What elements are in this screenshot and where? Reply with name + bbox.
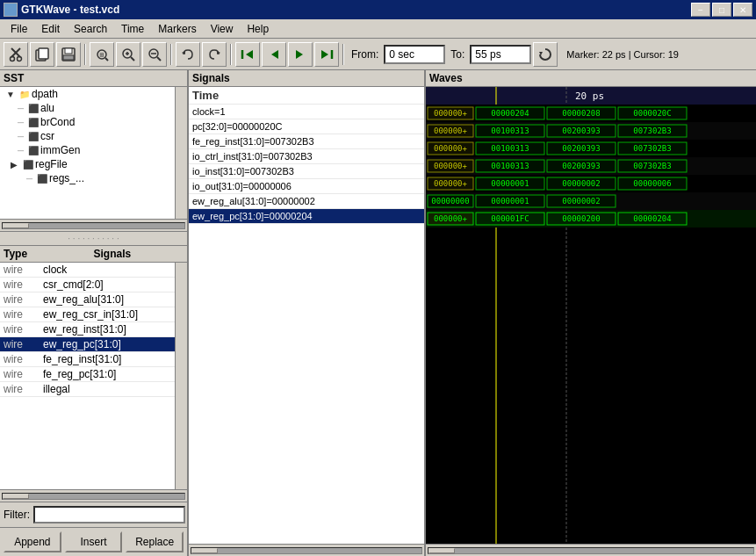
menu-time[interactable]: Time [114, 21, 151, 37]
svg-text:000000+: 000000+ [434, 144, 468, 153]
svg-text:00100313: 00100313 [491, 126, 529, 135]
svg-text:00100313: 00100313 [491, 144, 529, 153]
insert-button[interactable]: Insert [65, 531, 123, 552]
signal-row-fereginst[interactable]: wire fe_reg_inst[31:0] [0, 352, 175, 367]
replace-button[interactable]: Replace [126, 531, 184, 552]
signal-row-clock[interactable]: wire clock [0, 263, 175, 278]
svg-text:00200393: 00200393 [562, 144, 600, 153]
to-input[interactable] [470, 45, 531, 64]
zoom-fit-button[interactable]: ⊞ [90, 42, 114, 67]
waves-content[interactable]: 20 ps 000000+ 00000204 00000208 0000020C [426, 87, 756, 544]
time-label-row: Time [189, 87, 424, 105]
signal-name-fereginst: fe_reg_inst[31:0] [43, 353, 171, 365]
zoom-in-button[interactable] [116, 42, 140, 67]
svg-marker-23 [271, 50, 278, 59]
tree-label-regfile: regFile [35, 158, 68, 170]
from-input[interactable] [384, 45, 445, 64]
save-button[interactable] [56, 42, 81, 67]
menu-view[interactable]: View [204, 21, 241, 37]
sst-scrollbar-thumb[interactable] [3, 223, 29, 228]
sigval-pc: pc[32:0]=00000020C [189, 119, 424, 134]
minimize-button[interactable]: − [691, 3, 710, 17]
signals-panel-scrollbar-h[interactable] [189, 544, 424, 556]
toolbar-sep-4 [342, 44, 344, 65]
sigval-ioctrl: io_ctrl_inst[31:0]=007302B3 [189, 149, 424, 164]
sigval-ewregalu: ew_reg_alu[31:0]=00000002 [189, 194, 424, 209]
signal-values-scroll[interactable]: clock=1 pc[32:0]=00000020C fe_reg_inst[3… [189, 105, 424, 544]
svg-text:000000+: 000000+ [434, 162, 468, 170]
signal-type-clock: wire [4, 264, 43, 276]
sst-tree[interactable]: ▼ 📁 dpath ─ ⬛ alu ─ ⬛ brCond [0, 87, 175, 219]
signals-scrollbar-track [2, 493, 185, 500]
go-start-button[interactable] [235, 42, 260, 67]
toolbar-sep-2 [170, 44, 172, 65]
menu-help[interactable]: Help [240, 21, 276, 37]
signal-name-csrcmd: csr_cmd[2:0] [43, 278, 171, 291]
menu-bar: File Edit Search Time Markers View Help [0, 19, 756, 39]
signal-type-ewregpc: wire [4, 338, 43, 350]
signal-row-csrcmd[interactable]: wire csr_cmd[2:0] [0, 278, 175, 292]
waves-scrollbar-h[interactable] [426, 544, 756, 556]
signal-name-ewregcsrin: ew_reg_csr_in[31:0] [43, 308, 171, 321]
signal-row-ewregpc[interactable]: wire ew_reg_pc[31:0] [0, 337, 175, 352]
waves-h-thumb[interactable] [428, 548, 455, 553]
svg-point-3 [18, 56, 22, 61]
menu-markers[interactable]: Markers [151, 21, 203, 37]
svg-text:00000002: 00000002 [562, 197, 600, 206]
signal-list-scrollbar-v[interactable] [175, 263, 187, 489]
svg-text:000000+: 000000+ [434, 214, 468, 223]
signal-row-ewreginst[interactable]: wire ew_reg_inst[31:0] [0, 322, 175, 337]
zoom-out-button[interactable] [142, 42, 167, 67]
tree-node-regs[interactable]: ─ ⬛ regs_... [0, 171, 175, 185]
signals-panel-thumb[interactable] [191, 548, 218, 553]
signal-row-ewregcsrin[interactable]: wire ew_reg_csr_in[31:0] [0, 307, 175, 322]
svg-text:000001FC: 000001FC [491, 214, 529, 223]
filter-label: Filter: [4, 509, 30, 521]
sst-tree-scrollbar-h[interactable] [0, 219, 187, 231]
svg-line-10 [105, 58, 108, 61]
tree-node-csr[interactable]: ─ ⬛ csr [0, 129, 175, 143]
signals-scrollbar-thumb[interactable] [3, 494, 29, 499]
append-button[interactable]: Append [4, 531, 61, 552]
chip-icon-regfile: ⬛ [21, 158, 35, 170]
tree-node-alu[interactable]: ─ ⬛ alu [0, 101, 175, 115]
signal-row-illegal[interactable]: wire illegal [0, 382, 175, 397]
svg-text:00000204: 00000204 [491, 109, 529, 118]
waves-h-track [428, 547, 754, 554]
to-label: To: [447, 48, 468, 61]
menu-file[interactable]: File [4, 21, 34, 37]
refresh-button[interactable] [533, 42, 558, 67]
svg-text:0000020C: 0000020C [633, 109, 671, 118]
svg-rect-8 [63, 55, 74, 60]
undo-button[interactable] [176, 42, 200, 67]
go-prev-button[interactable] [262, 42, 286, 67]
copy-button[interactable] [30, 42, 54, 67]
waves-header: Waves [426, 70, 756, 87]
signal-row-ewregalu[interactable]: wire ew_reg_alu[31:0] [0, 292, 175, 307]
svg-text:00000204: 00000204 [633, 214, 671, 223]
signal-type-ewregcsrin: wire [4, 308, 43, 321]
tree-node-immgen[interactable]: ─ ⬛ immGen [0, 143, 175, 157]
sst-scrollbar-track [2, 222, 185, 229]
signals-panel-track [191, 547, 422, 554]
sigval-ioout: io_out[31:0]=00000006 [189, 179, 424, 194]
menu-search[interactable]: Search [67, 21, 114, 37]
maximize-button[interactable]: □ [712, 3, 731, 17]
close-button[interactable]: ✕ [733, 3, 752, 17]
signal-type-ewreginst: wire [4, 323, 43, 336]
go-end-button[interactable] [314, 42, 339, 67]
signal-list-scrollbar-h[interactable] [0, 489, 187, 502]
signal-row-feregpc[interactable]: wire fe_reg_pc[31:0] [0, 367, 175, 382]
window-controls: − □ ✕ [691, 3, 752, 17]
sst-tree-container: ▼ 📁 dpath ─ ⬛ alu ─ ⬛ brCond [0, 87, 187, 219]
menu-edit[interactable]: Edit [34, 21, 67, 37]
tree-node-brcond[interactable]: ─ ⬛ brCond [0, 115, 175, 129]
tree-node-regfile[interactable]: ▶ ⬛ regFile [0, 157, 175, 171]
sst-tree-scrollbar-v[interactable] [175, 87, 187, 219]
cut-button[interactable] [4, 42, 28, 67]
filter-input[interactable] [33, 506, 185, 524]
tree-node-dpath[interactable]: ▼ 📁 dpath [0, 87, 175, 101]
signal-list[interactable]: wire clock wire csr_cmd[2:0] wire ew_reg… [0, 263, 175, 489]
go-next-button[interactable] [288, 42, 313, 67]
redo-button[interactable] [202, 42, 227, 67]
